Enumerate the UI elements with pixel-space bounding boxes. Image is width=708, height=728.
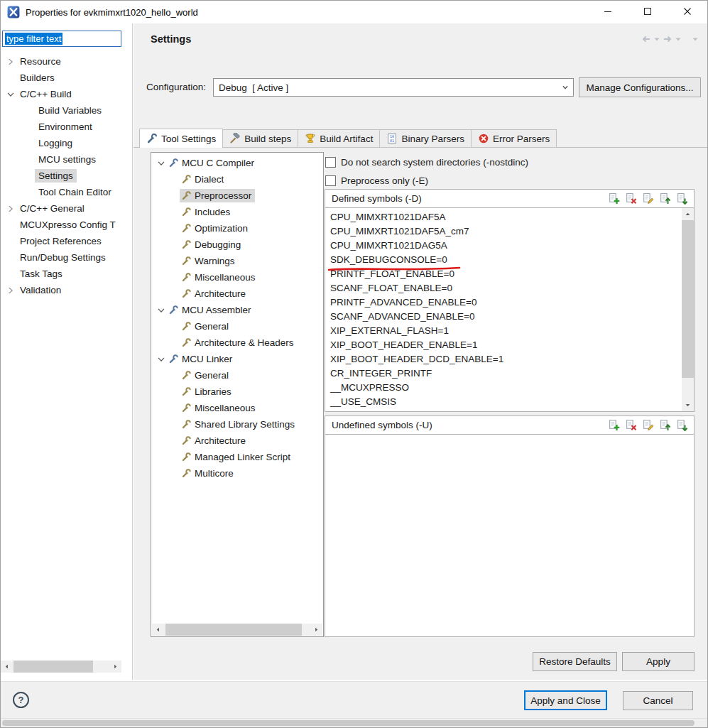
- tool-item-includes[interactable]: Includes: [151, 204, 323, 220]
- scroll-up-icon[interactable]: [682, 208, 694, 220]
- move-down-icon[interactable]: [676, 192, 688, 205]
- defined-symbol-item[interactable]: __MCUXPRESSO: [326, 381, 681, 395]
- checkbox-preprocess-only[interactable]: Preprocess only (-E): [325, 173, 428, 188]
- checkbox-nostdinc[interactable]: Do not search system directories (-nostd…: [325, 154, 528, 170]
- add-icon[interactable]: [608, 419, 620, 431]
- tool-item-managed-linker-script[interactable]: Managed Linker Script: [151, 449, 323, 465]
- sidebar-item-task-tags[interactable]: Task Tags: [1, 266, 131, 282]
- view-menu-icon[interactable]: [692, 33, 699, 45]
- tool-item-preprocessor[interactable]: Preprocessor: [151, 188, 323, 204]
- tool-group-mcu-assembler[interactable]: MCU Assembler: [151, 302, 323, 318]
- defined-symbol-item[interactable]: CPU_MIMXRT1021DAG5A: [326, 239, 681, 253]
- defined-symbol-item[interactable]: SCANF_FLOAT_ENABLE=0: [326, 281, 681, 295]
- restore-defaults-button[interactable]: Restore Defaults: [533, 652, 617, 671]
- forward-history-menu-icon[interactable]: [675, 33, 682, 45]
- edit-icon[interactable]: [642, 192, 654, 205]
- tool-group-mcu-linker[interactable]: MCU Linker: [151, 351, 323, 367]
- chevron-right-icon[interactable]: [5, 57, 16, 67]
- defined-symbol-item[interactable]: XIP_BOOT_HEADER_ENABLE=1: [326, 338, 681, 352]
- scrollbar-thumb[interactable]: [13, 661, 93, 673]
- tool-item-architecture[interactable]: Architecture: [151, 433, 323, 449]
- defined-symbol-item[interactable]: CR_INTEGER_PRINTF: [326, 366, 681, 381]
- apply-and-close-button[interactable]: Apply and Close: [524, 690, 607, 710]
- sidebar-item-settings[interactable]: Settings: [1, 168, 131, 184]
- back-arrow-icon[interactable]: [641, 33, 652, 45]
- tab-error-parsers[interactable]: Error Parsers: [471, 129, 557, 148]
- chevron-down-icon[interactable]: [5, 89, 16, 99]
- sidebar-item-run-debug-settings[interactable]: Run/Debug Settings: [1, 249, 131, 266]
- window-hscrollbar[interactable]: [1, 718, 707, 727]
- scrollbar-track[interactable]: [164, 624, 310, 636]
- sidebar-item-validation[interactable]: Validation: [1, 282, 131, 298]
- defined-symbol-item[interactable]: XIP_EXTERNAL_FLASH=1: [326, 324, 681, 338]
- delete-icon[interactable]: [625, 192, 637, 205]
- checkbox-box[interactable]: [325, 175, 336, 186]
- move-up-icon[interactable]: [659, 419, 671, 431]
- sidebar-item-c-c-general[interactable]: C/C++ General: [1, 200, 131, 217]
- edit-icon[interactable]: [642, 419, 654, 431]
- chevron-down-icon[interactable]: [156, 354, 167, 364]
- scrollbar-track[interactable]: [13, 661, 109, 673]
- tool-item-general[interactable]: General: [151, 318, 323, 335]
- back-history-menu-icon[interactable]: [653, 33, 660, 45]
- scroll-right-icon[interactable]: [310, 624, 322, 636]
- defined-symbol-item[interactable]: SDK_DEBUGCONSOLE=0: [326, 253, 681, 267]
- defined-symbol-item[interactable]: __USE_CMSIS: [326, 395, 681, 409]
- tool-tree-hscrollbar[interactable]: [152, 624, 322, 636]
- defined-symbols-list[interactable]: CPU_MIMXRT1021DAF5ACPU_MIMXRT1021DAF5A_c…: [325, 208, 695, 412]
- tool-item-optimization[interactable]: Optimization: [151, 220, 323, 237]
- sidebar-item-resource[interactable]: Resource: [1, 53, 131, 70]
- apply-button[interactable]: Apply: [622, 652, 695, 671]
- move-down-icon[interactable]: [676, 419, 688, 431]
- delete-icon[interactable]: [625, 419, 637, 431]
- maximize-button[interactable]: [628, 1, 668, 23]
- sidebar-item-mcu-settings[interactable]: MCU settings: [1, 151, 131, 168]
- add-icon[interactable]: [608, 192, 620, 205]
- scroll-left-icon[interactable]: [1, 661, 13, 673]
- help-button[interactable]: ?: [13, 692, 29, 708]
- sidebar-hscrollbar[interactable]: [1, 661, 121, 673]
- sidebar-item-environment[interactable]: Environment: [1, 119, 131, 135]
- sidebar-item-logging[interactable]: Logging: [1, 135, 131, 151]
- manage-configurations-button[interactable]: Manage Configurations...: [579, 77, 701, 97]
- chevron-right-icon[interactable]: [5, 286, 16, 295]
- tool-item-warnings[interactable]: Warnings: [151, 253, 323, 269]
- tool-item-shared-library-settings[interactable]: Shared Library Settings: [151, 416, 323, 433]
- forward-arrow-icon[interactable]: [662, 33, 673, 45]
- defined-list-vscrollbar[interactable]: [682, 208, 694, 411]
- tool-item-debugging[interactable]: Debugging: [151, 237, 323, 253]
- filter-input[interactable]: type filter text: [2, 31, 121, 47]
- tab-build-steps[interactable]: Build steps: [222, 129, 298, 148]
- scroll-right-icon[interactable]: [109, 661, 121, 673]
- tab-tool-settings[interactable]: Tool Settings: [139, 129, 223, 148]
- close-button[interactable]: [668, 1, 707, 23]
- sidebar-item-build-variables[interactable]: Build Variables: [1, 102, 131, 119]
- sidebar-item-mcuxpresso-config-t[interactable]: MCUXpresso Config T: [1, 217, 131, 233]
- defined-symbol-item[interactable]: CPU_MIMXRT1021DAF5A: [326, 210, 681, 224]
- defined-symbol-item[interactable]: CPU_MIMXRT1021DAF5A_cm7: [326, 224, 681, 239]
- scrollbar-thumb[interactable]: [2, 720, 695, 726]
- sidebar-item-project-references[interactable]: Project References: [1, 233, 131, 249]
- tool-group-mcu-c-compiler[interactable]: MCU C Compiler: [151, 155, 323, 171]
- defined-symbol-item[interactable]: PRINTF_ADVANCED_ENABLE=0: [326, 295, 681, 310]
- defined-symbol-item[interactable]: XIP_BOOT_HEADER_DCD_ENABLE=1: [326, 352, 681, 366]
- chevron-down-icon[interactable]: [156, 158, 167, 168]
- tool-item-dialect[interactable]: Dialect: [151, 171, 323, 188]
- tab-build-artifact[interactable]: Build Artifact: [298, 129, 380, 148]
- chevron-right-icon[interactable]: [5, 204, 16, 214]
- minimize-button[interactable]: [588, 1, 628, 23]
- scroll-left-icon[interactable]: [152, 624, 164, 636]
- scrollbar-thumb[interactable]: [165, 624, 302, 636]
- tab-binary-parsers[interactable]: 1001Binary Parsers: [379, 129, 472, 148]
- sidebar-item-tool-chain-editor[interactable]: Tool Chain Editor: [1, 184, 131, 200]
- checkbox-box[interactable]: [325, 157, 336, 168]
- scrollbar-track[interactable]: [682, 220, 694, 399]
- defined-symbol-item[interactable]: SCANF_ADVANCED_ENABLE=0: [326, 310, 681, 324]
- configuration-select[interactable]: Debug [ Active ]: [213, 78, 574, 97]
- undefined-symbols-list[interactable]: [325, 435, 695, 637]
- tool-item-general[interactable]: General: [151, 367, 323, 384]
- scrollbar-thumb[interactable]: [682, 220, 694, 378]
- tool-item-miscellaneous[interactable]: Miscellaneous: [151, 400, 323, 416]
- tool-item-architecture-headers[interactable]: Architecture & Headers: [151, 335, 323, 351]
- tool-item-libraries[interactable]: Libraries: [151, 384, 323, 400]
